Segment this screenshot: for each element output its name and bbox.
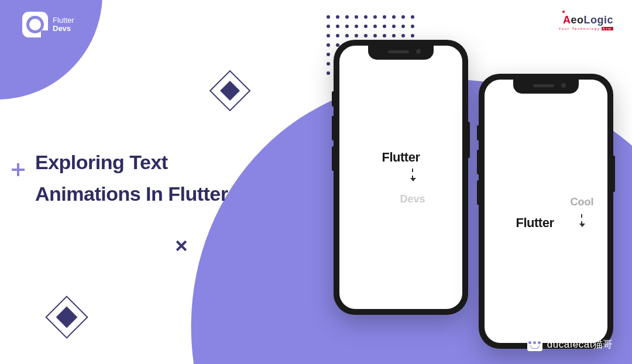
phone-content: Flutter Cool xyxy=(485,80,607,343)
aeologic-tagline: Your TechnologyArm xyxy=(559,27,613,30)
phone-screen: Flutter Devs xyxy=(339,46,462,309)
phone-side-button xyxy=(332,146,334,171)
arrow-down-icon xyxy=(412,169,413,179)
phone-content: Flutter Devs xyxy=(339,46,462,309)
plus-icon xyxy=(12,163,25,176)
phone-side-button xyxy=(332,116,334,140)
phone-mockup-left: Flutter Devs xyxy=(334,40,468,315)
diamond-icon xyxy=(45,296,88,339)
diamond-icon xyxy=(209,70,251,112)
aeologic-a: A xyxy=(563,14,571,26)
phone-notch xyxy=(513,80,579,94)
phone-side-button xyxy=(477,150,479,174)
flutterdevs-logo-text: Flutter Devs xyxy=(53,16,74,33)
phone-side-button xyxy=(477,125,479,140)
phone1-main-text: Flutter xyxy=(382,150,420,165)
phone-notch xyxy=(368,46,434,60)
phone-screen: Flutter Cool xyxy=(485,80,607,343)
phone2-sub-text: Cool xyxy=(570,196,593,208)
phone-side-button xyxy=(468,122,470,158)
flutterdevs-logo-line1: Flutter xyxy=(53,16,74,25)
watermark-text: ducafecat猫哥 xyxy=(547,338,613,351)
flutterdevs-logo-line2: Devs xyxy=(53,24,71,33)
aeologic-logic: Logic xyxy=(584,14,614,26)
chat-icon xyxy=(527,338,542,351)
flutterdevs-logo-mark xyxy=(22,12,48,37)
phone-side-button xyxy=(477,180,479,205)
aeologic-logo: AeoLogic Your TechnologyArm xyxy=(559,14,613,30)
phone-side-button xyxy=(332,91,334,107)
phone1-sub-text: Devs xyxy=(400,193,425,205)
phone2-main-text: Flutter xyxy=(516,215,554,231)
title-line-2: Animations In Flutter xyxy=(35,178,228,210)
aeologic-dot-icon xyxy=(562,11,565,13)
title-line-1: Exploring Text xyxy=(35,146,228,178)
flutterdevs-logo: Flutter Devs xyxy=(22,12,74,37)
phone-side-button xyxy=(613,156,615,192)
phone-mockup-right: Flutter Cool xyxy=(479,74,613,349)
aeologic-eo: eo xyxy=(571,14,583,26)
x-icon xyxy=(176,241,187,251)
watermark: ducafecat猫哥 xyxy=(527,338,613,351)
page-title: Exploring Text Animations In Flutter xyxy=(35,146,228,210)
arrow-down-icon xyxy=(581,214,582,225)
